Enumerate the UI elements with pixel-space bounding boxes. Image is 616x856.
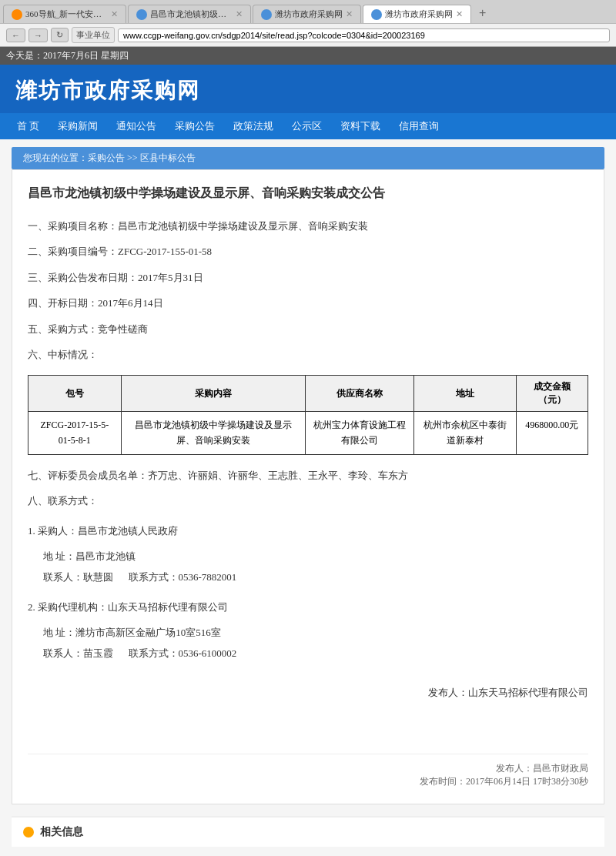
- article-title: 昌邑市龙池镇初级中学操场建设及显示屏、音响采购安装成交公告: [28, 186, 588, 202]
- contact-1-person: 联系人：耿慧圆 联系方式：0536-7882001: [28, 568, 588, 586]
- tab-4-close[interactable]: ✕: [456, 9, 463, 19]
- col-amount: 成交金额（元）: [516, 376, 588, 412]
- tab-bar: 360导航_新一代安全上网导... ✕ 昌邑市龙池镇初级中学操场... ✕ 潍坊…: [0, 0, 616, 23]
- publisher-bottom-time: 发布时间：2017年06月14日 17时38分30秒: [28, 775, 588, 788]
- tab-3[interactable]: 潍坊市政府采购网 ✕: [253, 5, 361, 23]
- nav-news[interactable]: 采购新闻: [49, 113, 107, 139]
- back-button[interactable]: ←: [6, 28, 25, 42]
- cell-content: 昌邑市龙池镇初级中学操场建设及显示屏、音响采购安装: [121, 412, 305, 454]
- section-6: 六、中标情况：: [28, 346, 588, 363]
- security-badge: 事业单位: [72, 27, 115, 43]
- col-supplier: 供应商名称: [305, 376, 413, 412]
- nav-bar: 首 页 采购新闻 通知公告 采购公告 政策法规 公示区 资料下载 信用查询: [0, 113, 616, 139]
- new-tab-button[interactable]: +: [473, 3, 492, 23]
- publisher-bottom: 发布人：昌邑市财政局 发布时间：2017年06月14日 17时38分30秒: [28, 754, 588, 788]
- breadcrumb-text: 您现在的位置：采购公告 >> 区县中标公告: [23, 152, 196, 163]
- table-row: ZFCG-2017-15-5-01-5-8-1 昌邑市龙池镇初级中学操场建设及显…: [28, 412, 588, 454]
- site-title: 潍坊市政府采购网: [15, 76, 601, 105]
- tab-1[interactable]: 360导航_新一代安全上网导... ✕: [3, 5, 126, 23]
- contact-2-person: 联系人：苗玉霞 联系方式：0536-6100002: [28, 644, 588, 662]
- nav-home[interactable]: 首 页: [8, 113, 49, 139]
- tab-1-icon: [12, 9, 22, 20]
- contact-2-agency: 2. 采购代理机构：山东天马招标代理有限公司: [28, 598, 588, 616]
- nav-policy[interactable]: 政策法规: [224, 113, 283, 139]
- cell-package-no: ZFCG-2017-15-5-01-5-8-1: [28, 412, 122, 454]
- contact-title: 八、联系方式：: [28, 492, 588, 510]
- section-2: 二、采购项目编号：ZFCG-2017-155-01-58: [28, 242, 588, 260]
- tab-2[interactable]: 昌邑市龙池镇初级中学操场... ✕: [128, 5, 251, 23]
- tab-3-label: 潍坊市政府采购网: [275, 8, 343, 20]
- section-4: 四、开标日期：2017年6月14日: [28, 294, 588, 312]
- publisher-bottom-org: 发布人：昌邑市财政局: [28, 762, 588, 775]
- tab-4[interactable]: 潍坊市政府采购网 ✕: [363, 5, 471, 23]
- procurement-table: 包号 采购内容 供应商名称 地址 成交金额（元） ZFCG-2017-15-5-…: [28, 375, 588, 454]
- cell-amount: 4968000.00元: [516, 412, 588, 454]
- contact-2: 2. 采购代理机构：山东天马招标代理有限公司 地 址：潍坊市高新区金融广场10室…: [28, 598, 588, 663]
- contact-1-address: 地 址：昌邑市龙池镇: [28, 547, 588, 565]
- section-5: 五、采购方式：竞争性磋商: [28, 320, 588, 338]
- tab-3-icon: [261, 9, 272, 20]
- publisher-right: 发布人：山东天马招标代理有限公司: [28, 686, 588, 707]
- contact-1: 1. 采购人：昌邑市龙池镇人民政府 地 址：昌邑市龙池镇 联系人：耿慧圆 联系方…: [28, 522, 588, 587]
- forward-button[interactable]: →: [28, 28, 48, 42]
- contact-1-buyer: 1. 采购人：昌邑市龙池镇人民政府: [28, 522, 588, 540]
- nav-download[interactable]: 资料下载: [331, 113, 390, 139]
- tab-4-label: 潍坊市政府采购网: [385, 8, 453, 20]
- site-header: 潍坊市政府采购网: [0, 65, 616, 113]
- nav-public[interactable]: 公示区: [283, 113, 331, 139]
- address-bar: ← → ↻ 事业单位: [0, 23, 616, 46]
- tab-2-close[interactable]: ✕: [236, 9, 243, 19]
- date-text: 今天是：2017年7月6日 星期四: [6, 50, 129, 61]
- tab-3-close[interactable]: ✕: [346, 9, 353, 19]
- address-input[interactable]: [118, 28, 610, 42]
- tab-1-label: 360导航_新一代安全上网导...: [25, 8, 108, 20]
- related-title: 相关信息: [40, 825, 83, 839]
- tab-2-icon: [136, 9, 147, 20]
- related-dot: [23, 827, 34, 838]
- contact-2-address: 地 址：潍坊市高新区金融广场10室516室: [28, 624, 588, 641]
- breadcrumb: 您现在的位置：采购公告 >> 区县中标公告: [12, 147, 604, 169]
- section-1: 一、采购项目名称：昌邑市龙池镇初级中学操场建设及显示屏、音响采购安装: [28, 217, 588, 235]
- refresh-button[interactable]: ↻: [51, 28, 69, 42]
- col-address: 地址: [414, 376, 516, 412]
- tab-2-label: 昌邑市龙池镇初级中学操场...: [150, 8, 233, 20]
- contact-section: 1. 采购人：昌邑市龙池镇人民政府 地 址：昌邑市龙池镇 联系人：耿慧圆 联系方…: [28, 522, 588, 663]
- col-content: 采购内容: [121, 376, 305, 412]
- nav-purchase[interactable]: 采购公告: [166, 113, 224, 139]
- section-3: 三、采购公告发布日期：2017年5月31日: [28, 269, 588, 286]
- cell-supplier: 杭州宝力体育设施工程有限公司: [305, 412, 413, 454]
- date-bar: 今天是：2017年7月6日 星期四: [0, 47, 616, 65]
- nav-credit[interactable]: 信用查询: [390, 113, 448, 139]
- judge-members: 七、评标委员会成员名单：齐万忠、许丽娟、许丽华、王志胜、王永平、李玲、车东方: [28, 466, 588, 484]
- tab-1-close[interactable]: ✕: [111, 9, 118, 19]
- cell-address: 杭州市余杭区中泰街道新泰村: [414, 412, 516, 454]
- nav-notice[interactable]: 通知公告: [107, 113, 166, 139]
- col-package: 包号: [28, 376, 122, 412]
- main-content: 昌邑市龙池镇初级中学操场建设及显示屏、音响采购安装成交公告 一、采购项目名称：昌…: [12, 169, 604, 804]
- related-section: 相关信息: [12, 816, 604, 847]
- tab-4-icon: [371, 9, 382, 20]
